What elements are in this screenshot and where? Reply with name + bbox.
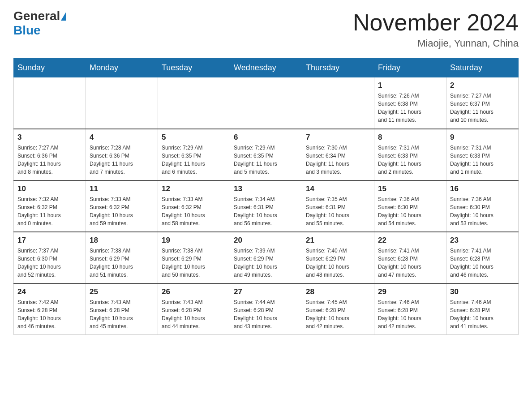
calendar-cell: 9Sunrise: 7:31 AM Sunset: 6:33 PM Daylig… bbox=[446, 129, 519, 180]
calendar-cell: 21Sunrise: 7:40 AM Sunset: 6:29 PM Dayli… bbox=[302, 232, 374, 283]
calendar-cell bbox=[158, 77, 230, 129]
title-area: November 2024 Miaojie, Yunnan, China bbox=[353, 9, 519, 49]
calendar-cell: 29Sunrise: 7:46 AM Sunset: 6:28 PM Dayli… bbox=[374, 283, 446, 335]
day-number: 29 bbox=[378, 287, 442, 296]
day-number: 17 bbox=[17, 236, 82, 245]
calendar-cell: 16Sunrise: 7:36 AM Sunset: 6:30 PM Dayli… bbox=[446, 180, 519, 232]
weekday-header-sunday: Sunday bbox=[14, 59, 86, 77]
day-info: Sunrise: 7:43 AM Sunset: 6:28 PM Dayligh… bbox=[162, 298, 226, 330]
day-number: 20 bbox=[234, 236, 298, 245]
day-info: Sunrise: 7:28 AM Sunset: 6:36 PM Dayligh… bbox=[90, 144, 154, 176]
calendar-week-row: 3Sunrise: 7:27 AM Sunset: 6:36 PM Daylig… bbox=[14, 129, 519, 180]
day-number: 30 bbox=[450, 287, 515, 296]
day-info: Sunrise: 7:26 AM Sunset: 6:38 PM Dayligh… bbox=[378, 92, 442, 124]
day-number: 28 bbox=[306, 287, 370, 296]
day-number: 15 bbox=[378, 184, 442, 193]
day-number: 14 bbox=[306, 184, 370, 193]
day-number: 18 bbox=[90, 236, 154, 245]
calendar-cell: 17Sunrise: 7:37 AM Sunset: 6:30 PM Dayli… bbox=[14, 232, 86, 283]
weekday-header-tuesday: Tuesday bbox=[158, 59, 230, 77]
logo-blue-text: Blue bbox=[13, 23, 41, 38]
calendar-cell: 11Sunrise: 7:33 AM Sunset: 6:32 PM Dayli… bbox=[86, 180, 158, 232]
day-info: Sunrise: 7:38 AM Sunset: 6:29 PM Dayligh… bbox=[162, 247, 226, 279]
day-number: 16 bbox=[450, 184, 515, 193]
location-text: Miaojie, Yunnan, China bbox=[353, 38, 519, 49]
day-number: 24 bbox=[17, 287, 82, 296]
day-info: Sunrise: 7:33 AM Sunset: 6:32 PM Dayligh… bbox=[90, 195, 154, 227]
calendar-cell: 26Sunrise: 7:43 AM Sunset: 6:28 PM Dayli… bbox=[158, 283, 230, 335]
calendar-cell: 4Sunrise: 7:28 AM Sunset: 6:36 PM Daylig… bbox=[86, 129, 158, 180]
weekday-header-thursday: Thursday bbox=[302, 59, 374, 77]
month-title: November 2024 bbox=[353, 9, 519, 36]
calendar-cell: 28Sunrise: 7:45 AM Sunset: 6:28 PM Dayli… bbox=[302, 283, 374, 335]
calendar-cell: 2Sunrise: 7:27 AM Sunset: 6:37 PM Daylig… bbox=[446, 77, 519, 129]
day-number: 5 bbox=[162, 133, 226, 142]
day-number: 26 bbox=[162, 287, 226, 296]
logo: General Blue bbox=[13, 9, 67, 38]
day-info: Sunrise: 7:38 AM Sunset: 6:29 PM Dayligh… bbox=[90, 247, 154, 279]
day-info: Sunrise: 7:30 AM Sunset: 6:34 PM Dayligh… bbox=[306, 144, 370, 176]
day-info: Sunrise: 7:27 AM Sunset: 6:36 PM Dayligh… bbox=[17, 144, 82, 176]
calendar-cell: 3Sunrise: 7:27 AM Sunset: 6:36 PM Daylig… bbox=[14, 129, 86, 180]
day-number: 23 bbox=[450, 236, 515, 245]
day-info: Sunrise: 7:43 AM Sunset: 6:28 PM Dayligh… bbox=[90, 298, 154, 330]
day-number: 11 bbox=[90, 184, 154, 193]
day-info: Sunrise: 7:29 AM Sunset: 6:35 PM Dayligh… bbox=[162, 144, 226, 176]
day-info: Sunrise: 7:36 AM Sunset: 6:30 PM Dayligh… bbox=[378, 195, 442, 227]
calendar-cell: 6Sunrise: 7:29 AM Sunset: 6:35 PM Daylig… bbox=[230, 129, 302, 180]
calendar-cell: 10Sunrise: 7:32 AM Sunset: 6:32 PM Dayli… bbox=[14, 180, 86, 232]
day-number: 19 bbox=[162, 236, 226, 245]
calendar-week-row: 1Sunrise: 7:26 AM Sunset: 6:38 PM Daylig… bbox=[14, 77, 519, 129]
calendar-week-row: 10Sunrise: 7:32 AM Sunset: 6:32 PM Dayli… bbox=[14, 180, 519, 232]
day-number: 4 bbox=[90, 133, 154, 142]
day-info: Sunrise: 7:33 AM Sunset: 6:32 PM Dayligh… bbox=[162, 195, 226, 227]
day-info: Sunrise: 7:31 AM Sunset: 6:33 PM Dayligh… bbox=[450, 144, 515, 176]
calendar-cell: 18Sunrise: 7:38 AM Sunset: 6:29 PM Dayli… bbox=[86, 232, 158, 283]
day-number: 13 bbox=[234, 184, 298, 193]
day-number: 22 bbox=[378, 236, 442, 245]
day-number: 1 bbox=[378, 81, 442, 90]
calendar-cell: 27Sunrise: 7:44 AM Sunset: 6:28 PM Dayli… bbox=[230, 283, 302, 335]
calendar-cell: 15Sunrise: 7:36 AM Sunset: 6:30 PM Dayli… bbox=[374, 180, 446, 232]
calendar-cell bbox=[14, 77, 86, 129]
day-info: Sunrise: 7:42 AM Sunset: 6:28 PM Dayligh… bbox=[17, 298, 82, 330]
calendar-cell: 8Sunrise: 7:31 AM Sunset: 6:33 PM Daylig… bbox=[374, 129, 446, 180]
day-info: Sunrise: 7:34 AM Sunset: 6:31 PM Dayligh… bbox=[234, 195, 298, 227]
calendar-cell bbox=[230, 77, 302, 129]
day-number: 12 bbox=[162, 184, 226, 193]
day-info: Sunrise: 7:41 AM Sunset: 6:28 PM Dayligh… bbox=[450, 247, 515, 279]
day-info: Sunrise: 7:27 AM Sunset: 6:37 PM Dayligh… bbox=[450, 92, 515, 124]
calendar-cell: 23Sunrise: 7:41 AM Sunset: 6:28 PM Dayli… bbox=[446, 232, 519, 283]
calendar-cell: 19Sunrise: 7:38 AM Sunset: 6:29 PM Dayli… bbox=[158, 232, 230, 283]
weekday-header-friday: Friday bbox=[374, 59, 446, 77]
calendar-week-row: 17Sunrise: 7:37 AM Sunset: 6:30 PM Dayli… bbox=[14, 232, 519, 283]
day-info: Sunrise: 7:32 AM Sunset: 6:32 PM Dayligh… bbox=[17, 195, 82, 227]
day-number: 8 bbox=[378, 133, 442, 142]
day-number: 10 bbox=[17, 184, 82, 193]
weekday-header-saturday: Saturday bbox=[446, 59, 519, 77]
day-info: Sunrise: 7:46 AM Sunset: 6:28 PM Dayligh… bbox=[450, 298, 515, 330]
weekday-header-monday: Monday bbox=[86, 59, 158, 77]
calendar-cell: 24Sunrise: 7:42 AM Sunset: 6:28 PM Dayli… bbox=[14, 283, 86, 335]
day-number: 25 bbox=[90, 287, 154, 296]
logo-general-text: General bbox=[13, 9, 60, 23]
calendar-table: SundayMondayTuesdayWednesdayThursdayFrid… bbox=[13, 58, 519, 335]
day-number: 2 bbox=[450, 81, 515, 90]
weekday-header-row: SundayMondayTuesdayWednesdayThursdayFrid… bbox=[14, 59, 519, 77]
day-info: Sunrise: 7:31 AM Sunset: 6:33 PM Dayligh… bbox=[378, 144, 442, 176]
calendar-cell: 30Sunrise: 7:46 AM Sunset: 6:28 PM Dayli… bbox=[446, 283, 519, 335]
day-info: Sunrise: 7:44 AM Sunset: 6:28 PM Dayligh… bbox=[234, 298, 298, 330]
calendar-cell: 7Sunrise: 7:30 AM Sunset: 6:34 PM Daylig… bbox=[302, 129, 374, 180]
day-number: 3 bbox=[17, 133, 82, 142]
calendar-cell: 13Sunrise: 7:34 AM Sunset: 6:31 PM Dayli… bbox=[230, 180, 302, 232]
calendar-week-row: 24Sunrise: 7:42 AM Sunset: 6:28 PM Dayli… bbox=[14, 283, 519, 335]
day-number: 9 bbox=[450, 133, 515, 142]
day-number: 27 bbox=[234, 287, 298, 296]
calendar-cell: 25Sunrise: 7:43 AM Sunset: 6:28 PM Dayli… bbox=[86, 283, 158, 335]
day-info: Sunrise: 7:39 AM Sunset: 6:29 PM Dayligh… bbox=[234, 247, 298, 279]
calendar-cell: 12Sunrise: 7:33 AM Sunset: 6:32 PM Dayli… bbox=[158, 180, 230, 232]
day-info: Sunrise: 7:40 AM Sunset: 6:29 PM Dayligh… bbox=[306, 247, 370, 279]
logo-triangle-icon bbox=[61, 12, 66, 21]
day-info: Sunrise: 7:45 AM Sunset: 6:28 PM Dayligh… bbox=[306, 298, 370, 330]
day-info: Sunrise: 7:35 AM Sunset: 6:31 PM Dayligh… bbox=[306, 195, 370, 227]
